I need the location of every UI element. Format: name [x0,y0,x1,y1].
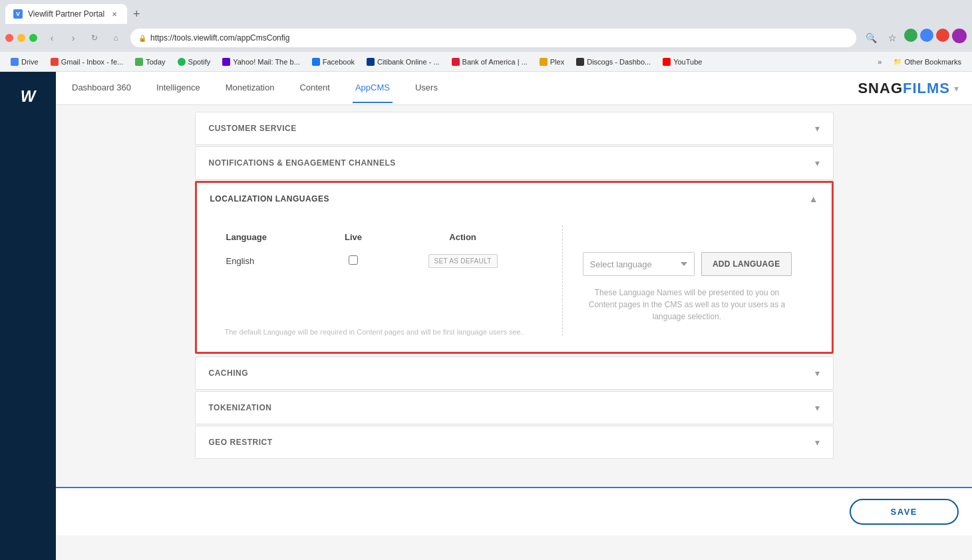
caching-chevron-icon: ▾ [815,368,820,378]
search-icon[interactable]: 🔍 [862,29,880,47]
profile-icon[interactable] [952,29,967,43]
plex-icon [540,58,548,66]
maximize-button[interactable] [29,34,37,42]
localization-title: LOCALIZATION LANGUAGES [210,194,329,204]
nav-intelligence[interactable]: Intelligence [154,73,203,103]
customer-service-header[interactable]: CUSTOMER SERVICE ▾ [196,112,833,144]
save-area: SAVE [56,487,972,535]
app: W Dashboard 360 Intelligence Monetizatio… [0,72,972,560]
live-checkbox[interactable] [349,255,358,265]
tab-close-button[interactable]: ✕ [110,9,119,19]
extension-icon-2[interactable] [920,29,933,42]
nav-monetization[interactable]: Monetization [223,73,277,103]
tokenization-section: TOKENIZATION ▾ [195,391,834,424]
citibank-icon [367,58,375,66]
language-select[interactable]: Select language French Spanish German It… [583,252,695,276]
add-language-button[interactable]: ADD LANGUAGE [701,252,792,276]
language-table: Language Live Action English [217,225,542,275]
customer-service-section: CUSTOMER SERVICE ▾ [195,112,834,145]
bookmark-drive[interactable]: Drive [5,56,44,68]
add-language-area: Select language French Spanish German It… [563,225,812,336]
bookmark-citibank[interactable]: Citibank Online - ... [361,56,445,68]
action-col-header: Action [385,227,541,247]
action-cell: SET AS DEFAULT [385,249,541,273]
bookmark-facebook[interactable]: Facebook [307,56,360,68]
close-button[interactable] [5,34,13,42]
default-language-note: The default Language will be required in… [217,328,542,336]
lock-icon: 🔒 [138,35,146,42]
bookmark-boa[interactable]: Bank of America | ... [446,56,533,68]
brand-name: SNAGFILMS [858,80,950,97]
caching-title: CACHING [209,368,249,378]
bookmark-youtube[interactable]: YouTube [657,56,707,68]
drive-icon [11,58,19,66]
discogs-icon [576,58,584,66]
nav-users[interactable]: Users [412,73,440,103]
brand-chevron-icon: ▾ [954,83,959,94]
localization-header[interactable]: LOCALIZATION LANGUAGES ▲ [197,183,832,215]
sidebar-logo: W [14,82,42,110]
tokenization-chevron-icon: ▾ [815,402,820,413]
nav-appcms[interactable]: AppCMS [353,73,393,103]
live-cell [323,249,383,273]
tab-title: Viewlift Partner Portal [28,9,104,19]
caching-header[interactable]: CACHING ▾ [196,357,833,389]
nav-content[interactable]: Content [297,73,333,103]
bookmark-discogs[interactable]: Discogs - Dashbo... [571,56,656,68]
geo-restrict-section: GEO RESTRICT ▾ [195,426,834,459]
tokenization-header[interactable]: TOKENIZATION ▾ [196,392,833,424]
localization-section: LOCALIZATION LANGUAGES ▲ Language [195,181,834,354]
language-cell: English [218,249,322,273]
bookmark-plex[interactable]: Plex [534,56,569,68]
set-as-default-button[interactable]: SET AS DEFAULT [428,254,498,268]
extension-icon-1[interactable] [904,29,917,42]
home-button[interactable]: ⌂ [106,29,125,47]
forward-button[interactable]: › [64,29,82,47]
today-icon [135,58,143,66]
boa-icon [452,58,460,66]
browser-tab[interactable]: V Viewlift Partner Portal ✕ [5,4,127,24]
folder-icon: 📁 [893,58,901,65]
facebook-icon [312,58,320,66]
spotify-icon [178,58,186,66]
main-content: Dashboard 360 Intelligence Monetization … [56,72,972,560]
localization-body: Language Live Action English [217,225,812,336]
bookmarks-overflow[interactable]: » [874,56,886,68]
sidebar-logo-text: W [21,87,36,106]
yahoo-icon [222,58,230,66]
url-text: https://tools.viewlift.com/appCmsConfig [150,33,289,43]
back-button[interactable]: ‹ [43,29,61,47]
save-button[interactable]: SAVE [850,499,959,525]
bookmark-yahoo[interactable]: Yahoo! Mail: The b... [217,56,305,68]
traffic-lights [5,34,37,42]
bookmark-gmail[interactable]: Gmail - Inbox - fe... [45,56,129,68]
customer-service-title: CUSTOMER SERVICE [209,124,297,133]
bookmarks-bar: Drive Gmail - Inbox - fe... Today Spotif… [0,52,972,72]
notifications-chevron-icon: ▾ [815,158,820,168]
bookmark-other[interactable]: 📁 Other Bookmarks [888,56,967,68]
live-col-header: Live [323,227,383,247]
caching-section: CACHING ▾ [195,356,834,390]
new-tab-button[interactable]: + [127,5,146,24]
star-icon[interactable]: ☆ [883,29,901,47]
select-add-row: Select language French Spanish German It… [583,252,792,276]
minimize-button[interactable] [17,34,25,42]
address-bar[interactable]: 🔒 https://tools.viewlift.com/appCmsConfi… [130,29,856,47]
customer-service-chevron-icon: ▾ [815,123,820,134]
refresh-button[interactable]: ↻ [85,29,104,47]
page-content: CUSTOMER SERVICE ▾ NOTIFICATIONS & ENGAG… [56,105,972,560]
bookmark-spotify[interactable]: Spotify [172,56,216,68]
nav-dashboard360[interactable]: Dashboard 360 [69,73,134,103]
extension-icon-3[interactable] [936,29,949,42]
sidebar: W [0,72,56,560]
geo-restrict-title: GEO RESTRICT [209,438,273,447]
localization-collapse-icon: ▲ [809,194,818,204]
tokenization-title: TOKENIZATION [209,403,272,412]
bookmark-today[interactable]: Today [130,56,170,68]
notifications-section: NOTIFICATIONS & ENGAGEMENT CHANNELS ▾ [195,146,834,180]
notifications-header[interactable]: NOTIFICATIONS & ENGAGEMENT CHANNELS ▾ [196,147,833,179]
youtube-icon [663,58,671,66]
localization-content: Language Live Action English [197,215,832,352]
geo-restrict-header[interactable]: GEO RESTRICT ▾ [196,426,833,458]
language-note: These Language Names will be presented t… [583,287,792,323]
